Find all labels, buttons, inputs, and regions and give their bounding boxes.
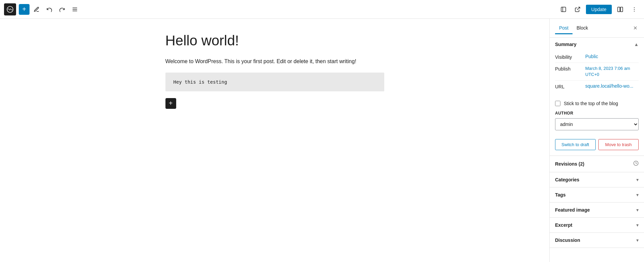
editor-content: Hello world! Welcome to WordPress. This … <box>157 32 392 109</box>
summary-toggle-icon: ▲ <box>634 42 639 47</box>
redo-button[interactable] <box>56 4 68 14</box>
excerpt-title: Excerpt <box>555 222 572 228</box>
summary-content: Visibility Public Publish March 8, 2023 … <box>550 51 644 97</box>
summary-panel: Summary ▲ Visibility Public Publish Marc… <box>550 38 644 156</box>
switch-to-draft-button[interactable]: Switch to draft <box>555 139 596 150</box>
update-button[interactable]: Update <box>586 5 612 14</box>
svg-point-10 <box>634 9 635 9</box>
visibility-value[interactable]: Public <box>585 54 598 59</box>
summary-panel-header[interactable]: Summary ▲ <box>550 38 644 51</box>
svg-point-11 <box>634 11 635 11</box>
url-row: URL square.local/hello-wo... <box>555 81 639 92</box>
external-link-button[interactable] <box>572 4 583 14</box>
undo-button[interactable] <box>44 4 55 14</box>
discussion-panel[interactable]: Discussion ▾ <box>550 233 644 248</box>
revisions-panel: Revisions (2) <box>550 156 644 172</box>
excerpt-chevron-icon: ▾ <box>636 222 639 228</box>
sidebar: Post Block × Summary ▲ Visibility Public… <box>549 19 644 262</box>
categories-title: Categories <box>555 177 579 182</box>
move-to-trash-button[interactable]: Move to trash <box>598 139 639 150</box>
publish-row: Publish March 8, 2023 7:06 am UTC+0 <box>555 63 639 81</box>
stick-checkbox[interactable] <box>555 101 560 106</box>
action-buttons: Switch to draft Move to trash <box>550 135 644 156</box>
tab-block[interactable]: Block <box>573 23 592 34</box>
svg-line-6 <box>577 7 580 10</box>
add-block-toolbar-button[interactable]: + <box>19 4 30 15</box>
list-view-button[interactable] <box>69 4 81 14</box>
add-block-inline-button[interactable]: + <box>165 98 176 109</box>
featured-image-title: Featured image <box>555 207 590 213</box>
tab-post[interactable]: Post <box>555 23 573 34</box>
code-block[interactable]: Hey this is testing <box>165 73 384 91</box>
svg-point-9 <box>634 7 635 8</box>
discussion-chevron-icon: ▾ <box>636 237 639 243</box>
categories-panel[interactable]: Categories ▾ <box>550 172 644 187</box>
tools-button[interactable] <box>31 4 42 14</box>
toolbar-left: + <box>4 3 81 15</box>
settings-button[interactable] <box>614 4 626 14</box>
categories-chevron-icon: ▾ <box>636 177 639 182</box>
stick-label[interactable]: Stick to the top of the blog <box>564 101 618 106</box>
svg-rect-4 <box>561 7 566 12</box>
svg-rect-7 <box>618 7 620 12</box>
featured-image-panel[interactable]: Featured image ▾ <box>550 203 644 218</box>
tags-title: Tags <box>555 192 566 198</box>
publish-value[interactable]: March 8, 2023 7:06 am UTC+0 <box>585 66 639 78</box>
url-label: URL <box>555 83 585 89</box>
excerpt-panel[interactable]: Excerpt ▾ <box>550 218 644 233</box>
more-options-button[interactable] <box>629 4 640 14</box>
author-section: AUTHOR admin <box>550 111 644 135</box>
author-label: AUTHOR <box>555 111 639 116</box>
tags-chevron-icon: ▾ <box>636 192 639 198</box>
revisions-title: Revisions (2) <box>555 161 584 167</box>
revisions-clock-icon <box>633 161 639 167</box>
post-body[interactable]: Welcome to WordPress. This is your first… <box>165 57 384 66</box>
author-select[interactable]: admin <box>555 118 639 130</box>
main-toolbar: + <box>0 0 644 19</box>
svg-rect-8 <box>621 7 623 12</box>
publish-label: Publish <box>555 66 585 72</box>
main-layout: Hello world! Welcome to WordPress. This … <box>0 19 644 262</box>
wp-logo <box>4 3 16 15</box>
post-title[interactable]: Hello world! <box>165 32 384 49</box>
url-value[interactable]: square.local/hello-wo... <box>585 83 633 89</box>
sidebar-close-button[interactable]: × <box>632 23 639 33</box>
tags-panel[interactable]: Tags ▾ <box>550 187 644 203</box>
revisions-left: Revisions (2) <box>555 161 584 167</box>
sidebar-header: Post Block × <box>550 19 644 38</box>
view-button[interactable] <box>558 4 569 14</box>
summary-panel-title: Summary <box>555 42 577 47</box>
discussion-title: Discussion <box>555 237 580 243</box>
stick-checkbox-row: Stick to the top of the blog <box>550 97 644 111</box>
toolbar-right: Update <box>558 4 640 14</box>
visibility-label: Visibility <box>555 54 585 60</box>
revisions-row[interactable]: Revisions (2) <box>550 156 644 172</box>
visibility-row: Visibility Public <box>555 51 639 63</box>
featured-image-chevron-icon: ▾ <box>636 207 639 213</box>
editor-area: Hello world! Welcome to WordPress. This … <box>0 19 549 262</box>
